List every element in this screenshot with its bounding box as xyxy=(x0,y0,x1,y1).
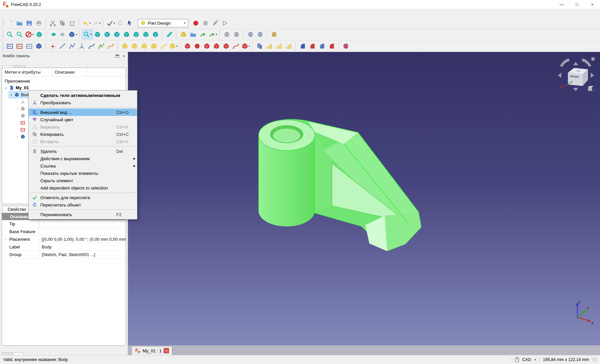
redo-button[interactable]: ▾ xyxy=(91,18,101,28)
tree-expander-icon[interactable]: › xyxy=(15,100,20,104)
close-panel-button[interactable]: × xyxy=(122,54,125,58)
copy-button[interactable] xyxy=(58,18,67,28)
measure-button[interactable] xyxy=(165,30,174,39)
reorient-sketch-button[interactable] xyxy=(34,41,44,51)
thickness-button[interactable] xyxy=(327,41,337,51)
tree-expander-icon[interactable]: ∨ xyxy=(9,93,14,97)
close-button[interactable]: × xyxy=(585,0,600,9)
menu-item-mark-recompute[interactable]: Отметить для пересчета xyxy=(29,194,137,201)
menu-item-show-hidden[interactable]: Показать скрытые элементы xyxy=(29,170,137,177)
subtractive-helix-button[interactable] xyxy=(231,41,241,51)
make-link-button[interactable] xyxy=(198,30,208,39)
draft-button[interactable] xyxy=(317,41,327,51)
fit-all-button[interactable] xyxy=(5,30,15,39)
nav-forward-button[interactable] xyxy=(58,30,68,39)
menu-item-delete[interactable]: Удалить Del xyxy=(29,148,137,155)
additive-loft-button[interactable] xyxy=(139,41,149,51)
local-cs-button[interactable] xyxy=(255,30,265,39)
maximize-button[interactable]: □ xyxy=(569,0,585,9)
additive-primitive-button[interactable]: ▾ xyxy=(168,41,178,51)
navigation-cube[interactable]: FRONT TOP ▾ xyxy=(555,54,596,95)
tab-view-props[interactable] xyxy=(2,352,12,355)
sketch-point-button[interactable] xyxy=(48,41,58,51)
fillet-button[interactable] xyxy=(298,41,308,51)
validate-button[interactable]: ▾ xyxy=(106,18,116,28)
chevron-down-icon[interactable]: ▾ xyxy=(534,358,536,361)
tab-model[interactable] xyxy=(2,65,13,68)
sketch-polygon-button[interactable] xyxy=(96,41,106,51)
clipping-plane-button[interactable] xyxy=(269,30,279,39)
create-sketch-button[interactable] xyxy=(5,41,15,51)
draw-style-button[interactable]: ▾ xyxy=(24,30,34,39)
menu-item-expression-actions[interactable]: Действия с выражением ▶ xyxy=(29,155,137,162)
open-file-button[interactable] xyxy=(15,18,24,28)
sketch-polyline-button[interactable] xyxy=(67,41,77,51)
groove-button[interactable] xyxy=(202,41,212,51)
subtractive-loft-button[interactable] xyxy=(212,41,221,51)
menu-item-transform[interactable]: Преобразовать xyxy=(29,99,137,106)
view-rear-button[interactable] xyxy=(131,30,141,39)
tree-expander-icon[interactable]: › xyxy=(15,107,20,111)
tab-property[interactable]: Свойство xyxy=(2,206,31,213)
tree-expander-icon[interactable]: ∨ xyxy=(3,86,8,90)
print-button[interactable] xyxy=(34,18,44,28)
macro-record-button[interactable] xyxy=(191,18,201,28)
mirrored-button[interactable] xyxy=(255,41,265,51)
viewport-3d[interactable]: FRONT TOP ▾ Z Y X xyxy=(128,52,600,345)
zoom-tool-button[interactable]: ▾ xyxy=(82,30,93,39)
carbon-copy-button[interactable] xyxy=(106,41,116,51)
boolean-button[interactable] xyxy=(341,41,351,51)
menu-item-recompute-object[interactable]: Пересчитать объект xyxy=(29,201,137,208)
menu-part-design[interactable] xyxy=(41,12,48,14)
additive-helix-button[interactable] xyxy=(159,41,168,51)
linear-pattern-button[interactable] xyxy=(265,41,274,51)
sketch-bspline-button[interactable] xyxy=(87,41,96,51)
menu-tools[interactable] xyxy=(21,12,28,14)
minimize-button[interactable]: — xyxy=(554,0,569,9)
undo-button[interactable]: ▾ xyxy=(81,18,91,28)
property-expander-icon[interactable]: › xyxy=(2,237,9,241)
map-sketch-button[interactable] xyxy=(24,41,34,51)
menu-view[interactable] xyxy=(15,12,21,14)
nav-style-selector[interactable]: CAD xyxy=(522,357,531,362)
edit-sketch-button[interactable] xyxy=(15,41,24,51)
resize-grip[interactable] xyxy=(592,357,597,362)
tree-expander-icon[interactable]: › xyxy=(15,135,20,139)
menu-item-rename[interactable]: Переименовать F2 xyxy=(29,211,137,218)
tab-tasks[interactable] xyxy=(14,65,25,68)
view-isometric-button[interactable] xyxy=(93,30,102,39)
datum-plane-button[interactable] xyxy=(246,30,255,39)
view-left-button[interactable] xyxy=(151,30,160,39)
pad-button[interactable] xyxy=(120,41,130,51)
menu-item-hide-item[interactable]: Скрыть элемент xyxy=(29,177,137,184)
tree-column-labels[interactable]: Метки и атрибуты xyxy=(2,68,52,76)
view-top-button[interactable] xyxy=(112,30,122,39)
chamfer-button[interactable] xyxy=(308,41,317,51)
new-file-button[interactable] xyxy=(5,18,15,28)
tab-data-props[interactable] xyxy=(13,352,24,355)
create-group-button[interactable] xyxy=(188,30,198,39)
additive-pipe-button[interactable] xyxy=(149,41,159,51)
menu-measure[interactable] xyxy=(48,12,55,14)
menu-help[interactable] xyxy=(61,12,68,14)
subtractive-primitive-button[interactable]: ▾ xyxy=(241,41,251,51)
pocket-button[interactable] xyxy=(183,41,192,51)
menu-item-paste[interactable]: Вставить Ctrl+V xyxy=(29,138,137,145)
menu-item-toggle-active-body[interactable]: Сделать тело активным/неактивным xyxy=(29,92,137,99)
polar-pattern-button[interactable] xyxy=(274,41,284,51)
menu-item-appearance[interactable]: Внешний вид ... Ctrl+D xyxy=(29,109,137,116)
menu-item-add-dependent[interactable]: Add dependent objects to selection xyxy=(29,184,137,191)
document-tab[interactable]: My_01 : 1 × xyxy=(131,346,172,355)
prop-row-label[interactable]: Label Body xyxy=(2,243,126,251)
macro-stop-button[interactable] xyxy=(201,18,210,28)
view-bottom-button[interactable] xyxy=(141,30,151,39)
prop-row-group[interactable]: Group [Sketch, Pad, Sketch001 ...] xyxy=(2,251,126,258)
menu-windows[interactable] xyxy=(55,12,61,14)
revolution-button[interactable] xyxy=(130,41,139,51)
nav-back-button[interactable] xyxy=(48,30,58,39)
paste-button[interactable] xyxy=(67,18,77,28)
menu-macros[interactable] xyxy=(28,12,35,14)
float-panel-button[interactable] xyxy=(116,55,119,58)
view-right-button[interactable] xyxy=(122,30,131,39)
prop-row-tip[interactable]: Tip xyxy=(2,220,126,228)
